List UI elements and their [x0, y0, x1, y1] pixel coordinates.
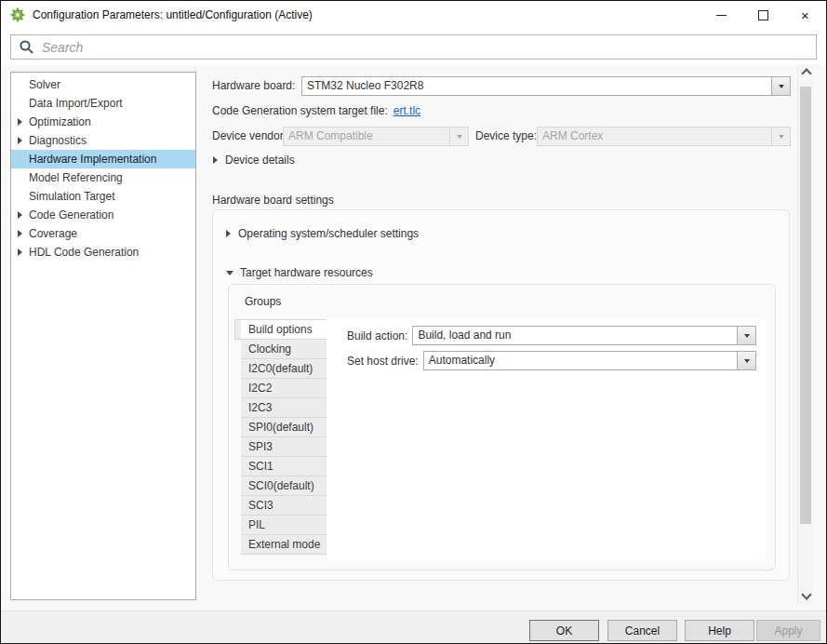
close-button[interactable]: × [784, 1, 826, 29]
search-input[interactable] [40, 39, 816, 56]
group-item-spi0[interactable]: SPI0(default) [241, 418, 327, 437]
minimize-icon [716, 15, 727, 16]
target-hardware-resources-expander[interactable]: Target hardware resources [226, 266, 373, 279]
build-action-value: Build, load and run [413, 327, 737, 344]
group-item-sci1[interactable]: SCI1 [241, 457, 327, 476]
set-host-drive-row: Set host drive: Automatically [347, 351, 756, 370]
group-item-spi3[interactable]: SPI3 [241, 437, 327, 457]
sidebar-item-diagnostics[interactable]: Diagnostics [11, 131, 195, 150]
configuration-parameters-window: Configuration Parameters: untitled/Confi… [0, 0, 827, 644]
category-tree: Solver Data Import/Export Optimization D… [10, 72, 196, 600]
maximize-icon [758, 10, 768, 20]
group-item-i2c0[interactable]: I2C0(default) [241, 359, 327, 379]
sidebar-item-coverage[interactable]: Coverage [11, 224, 195, 243]
target-hardware-resources-label: Target hardware resources [240, 266, 373, 279]
build-options-pane: Build action: Build, load and run Set ho… [327, 319, 766, 560]
apply-button[interactable]: Apply [756, 620, 820, 641]
expand-arrow-icon[interactable] [18, 211, 22, 219]
sidebar-item-label: HDL Code Generation [29, 246, 139, 259]
hardware-board-value: STM32 Nucleo F302R8 [302, 77, 771, 95]
dropdown-button[interactable] [449, 127, 468, 145]
sidebar-item-label: Model Referencing [29, 171, 123, 184]
simulink-gear-icon [10, 7, 25, 22]
sidebar-item-label: Solver [29, 78, 60, 91]
sidebar-item-hdl-code-generation[interactable]: HDL Code Generation [11, 243, 195, 262]
hardware-board-combo[interactable]: STM32 Nucleo F302R8 [301, 76, 791, 96]
dropdown-button[interactable] [771, 127, 790, 145]
target-hardware-resources-group: Groups Build options Clocking I2C0(defau… [228, 284, 776, 570]
dropdown-button[interactable] [737, 352, 755, 369]
group-item-external-mode[interactable]: External mode [241, 535, 327, 555]
build-action-label: Build action: [347, 329, 407, 342]
expand-arrow-icon[interactable] [18, 137, 22, 144]
expand-arrow-icon[interactable] [226, 230, 231, 237]
sidebar-item-optimization[interactable]: Optimization [11, 113, 195, 131]
minimize-button[interactable] [700, 1, 742, 29]
group-item-i2c3[interactable]: I2C3 [241, 398, 327, 418]
build-action-row: Build action: Build, load and run [347, 326, 756, 345]
sidebar-item-model-referencing[interactable]: Model Referencing [11, 168, 195, 187]
groups-list: Build options Clocking I2C0(default) I2C… [241, 319, 327, 555]
device-vendor-value: ARM Compatible [284, 127, 449, 145]
sidebar-item-simulation-target[interactable]: Simulation Target [11, 187, 195, 206]
sidebar-item-data-import-export[interactable]: Data Import/Export [11, 94, 195, 113]
scrollbar-thumb[interactable] [800, 87, 811, 524]
scroll-down-icon[interactable] [801, 589, 811, 599]
chevron-down-icon [779, 85, 784, 88]
device-type-combo[interactable]: ARM Cortex [537, 127, 791, 146]
button-bar: OK Cancel Help Apply [1, 610, 826, 644]
ok-button[interactable]: OK [529, 620, 599, 641]
group-item-pil[interactable]: PIL [241, 516, 327, 535]
expand-arrow-icon[interactable] [213, 156, 218, 164]
search-bar [10, 34, 817, 60]
os-scheduler-label: Operating system/scheduler settings [238, 227, 419, 240]
target-file-row: Code Generation system target file:ert.t… [212, 104, 420, 117]
help-button[interactable]: Help [685, 620, 754, 641]
window-title: Configuration Parameters: untitled/Confi… [33, 1, 313, 29]
collapse-arrow-icon[interactable] [226, 271, 233, 275]
sidebar-item-label: Code Generation [29, 208, 113, 221]
expand-arrow-icon[interactable] [18, 230, 22, 237]
ert-tlc-link[interactable]: ert.tlc [393, 104, 420, 117]
titlebar: Configuration Parameters: untitled/Confi… [1, 1, 826, 29]
sidebar-item-label: Optimization [29, 115, 91, 128]
os-scheduler-expander[interactable]: Operating system/scheduler settings [226, 227, 419, 240]
group-item-sci3[interactable]: SCI3 [241, 496, 327, 516]
hardware-board-label: Hardware board: [212, 76, 295, 96]
cancel-button[interactable]: Cancel [607, 620, 677, 641]
target-file-label: Code Generation system target file: [212, 104, 388, 117]
expand-arrow-icon[interactable] [18, 118, 22, 126]
sidebar-item-hardware-implementation[interactable]: Hardware Implementation [11, 150, 195, 168]
groups-title: Groups [245, 295, 281, 308]
chevron-down-icon [779, 135, 784, 139]
device-type-value: ARM Cortex [538, 127, 771, 145]
group-item-clocking[interactable]: Clocking [241, 340, 327, 359]
group-item-sci0[interactable]: SCI0(default) [241, 476, 327, 496]
window-controls: × [700, 1, 826, 29]
device-vendor-combo[interactable]: ARM Compatible [283, 127, 469, 146]
build-action-combo[interactable]: Build, load and run [412, 326, 756, 345]
hardware-board-settings-group: Operating system/scheduler settings Targ… [212, 209, 790, 581]
chevron-down-icon [744, 359, 750, 363]
set-host-drive-combo[interactable]: Automatically [423, 351, 756, 370]
vertical-scrollbar[interactable] [797, 64, 813, 604]
sidebar-item-label: Coverage [29, 227, 77, 240]
chevron-down-icon [744, 334, 750, 338]
dropdown-button[interactable] [771, 77, 790, 95]
device-details-label: Device details [225, 154, 295, 167]
expand-arrow-icon[interactable] [18, 248, 22, 256]
set-host-drive-value: Automatically [424, 352, 737, 369]
sidebar-item-label: Diagnostics [29, 134, 87, 147]
maximize-button[interactable] [742, 1, 784, 29]
device-details-expander[interactable]: Device details [213, 154, 295, 167]
set-host-drive-label: Set host drive: [347, 355, 419, 368]
device-type-label: Device type: [475, 127, 537, 146]
group-item-i2c2[interactable]: I2C2 [241, 379, 327, 398]
sidebar-item-label: Data Import/Export [29, 97, 123, 110]
sidebar-item-code-generation[interactable]: Code Generation [11, 206, 195, 224]
scroll-up-icon[interactable] [801, 68, 811, 78]
sidebar-item-solver[interactable]: Solver [11, 75, 195, 94]
sidebar-item-label: Simulation Target [29, 190, 115, 203]
dropdown-button[interactable] [737, 327, 755, 344]
group-item-build-options[interactable]: Build options [241, 320, 327, 340]
